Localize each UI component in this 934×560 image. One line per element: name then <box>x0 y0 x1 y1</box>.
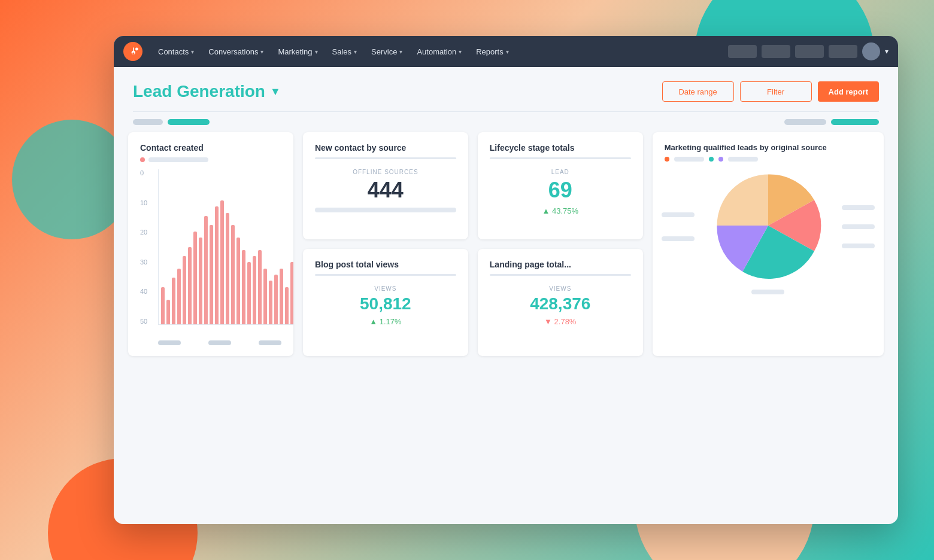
x-label-2 <box>208 340 231 345</box>
user-avatar[interactable] <box>862 42 880 60</box>
mql-card: Marketing qualified leads by original so… <box>653 132 884 356</box>
nav-settings-pill[interactable] <box>795 45 824 58</box>
bar <box>253 256 256 324</box>
landing-value: 428,376 <box>490 294 631 314</box>
bar <box>188 247 192 325</box>
pie-label-right-1 <box>842 205 875 210</box>
user-menu-chevron-icon[interactable]: ▾ <box>885 47 888 56</box>
sales-chevron-icon: ▾ <box>354 48 357 55</box>
x-label-3 <box>259 340 281 345</box>
nav-conversations[interactable]: Conversations ▾ <box>202 44 269 60</box>
landing-change: ▼ 2.78% <box>490 317 631 326</box>
bar-chart: 50 40 30 20 10 0 <box>140 169 281 345</box>
lifecycle-title: Lifecycle stage totals <box>490 143 631 153</box>
bar <box>274 275 278 324</box>
source-label: OFFLINE SOURCES <box>315 169 456 175</box>
blog-metric-label: VIEWS <box>315 285 456 292</box>
blog-change: ▲ 1.17% <box>315 317 456 326</box>
pie-chart-container <box>711 169 825 285</box>
nav-search-pill[interactable] <box>728 45 757 58</box>
bar <box>177 269 181 324</box>
nav-marketing[interactable]: Marketing ▾ <box>272 44 323 60</box>
nav-automation[interactable]: Automation ▾ <box>411 44 468 60</box>
bar <box>236 238 240 324</box>
pie-legend-row <box>665 157 872 162</box>
landing-title: Landing page total... <box>490 260 631 269</box>
filter-pill-right-active[interactable] <box>831 119 879 125</box>
contacts-chevron-icon: ▾ <box>191 48 194 55</box>
pie-label-right-2 <box>842 224 875 229</box>
nav-contacts[interactable]: Contacts ▾ <box>152 44 200 60</box>
add-report-button[interactable]: Add report <box>818 81 879 102</box>
nav-reports[interactable]: Reports ▾ <box>470 44 515 60</box>
new-contact-by-source-card: New contact by source OFFLINE SOURCES 44… <box>303 132 468 239</box>
bar <box>226 213 229 324</box>
date-range-button[interactable]: Date range <box>662 81 734 102</box>
lifecycle-stage-card: Lifecycle stage totals LEAD 69 ▲ 43.75% <box>478 132 643 239</box>
filter-button[interactable]: Filter <box>740 81 812 102</box>
pie-label-left-1 <box>662 212 695 217</box>
cards-grid: Contact created 50 40 30 20 10 0 <box>114 132 898 370</box>
stage-label: LEAD <box>490 169 631 175</box>
title-row: Lead Generation ▼ <box>133 82 281 101</box>
pie-left-labels <box>662 212 695 241</box>
contact-created-card: Contact created 50 40 30 20 10 0 <box>128 132 293 356</box>
pie-right-labels <box>842 205 875 248</box>
bar <box>161 287 165 324</box>
navbar-right: ▾ <box>728 42 888 60</box>
bar <box>199 238 202 324</box>
landing-page-views-card: Landing page total... VIEWS 428,376 ▼ 2.… <box>478 249 643 356</box>
nav-help-pill[interactable] <box>762 45 790 58</box>
pie-label-left-2 <box>662 236 695 241</box>
automation-chevron-icon: ▾ <box>459 48 462 55</box>
bar <box>231 225 235 324</box>
dashboard-header: Lead Generation ▼ Date range Filter Add … <box>114 67 898 111</box>
legend-dot-teal <box>709 157 714 162</box>
filter-pill-active[interactable] <box>168 119 210 125</box>
source-value: 444 <box>315 178 456 203</box>
hubspot-logo <box>123 42 142 61</box>
filter-pills-right <box>784 119 879 125</box>
dashboard-actions: Date range Filter Add report <box>662 81 879 102</box>
filter-pill-1 <box>133 119 163 125</box>
bars-container <box>158 169 293 325</box>
service-chevron-icon: ▾ <box>399 48 402 55</box>
bar <box>210 225 213 324</box>
bar <box>172 278 175 324</box>
lifecycle-value: 69 <box>490 178 631 203</box>
y-axis: 50 40 30 20 10 0 <box>140 169 154 325</box>
nav-service[interactable]: Service ▾ <box>365 44 408 60</box>
pie-label-bottom <box>751 290 784 294</box>
x-axis <box>158 340 281 345</box>
legend-dot-orange <box>665 157 669 162</box>
landing-divider <box>490 274 631 276</box>
bar <box>247 262 251 324</box>
filter-row <box>114 112 898 132</box>
nav-notif-pill[interactable] <box>829 45 857 58</box>
legend-dot <box>140 157 145 162</box>
reports-chevron-icon: ▾ <box>506 48 509 55</box>
page-title: Lead Generation <box>133 82 265 101</box>
legend-label-3 <box>728 157 758 162</box>
bar <box>269 281 272 324</box>
bar <box>193 232 197 324</box>
mql-title: Marketing qualified leads by original so… <box>665 143 872 153</box>
nav-sales[interactable]: Sales ▾ <box>326 44 363 60</box>
conversations-chevron-icon: ▾ <box>260 48 263 55</box>
blog-title: Blog post total views <box>315 260 456 269</box>
blog-post-views-card: Blog post total views VIEWS 50,812 ▲ 1.1… <box>303 249 468 356</box>
title-dropdown-icon[interactable]: ▼ <box>270 86 281 98</box>
bar <box>183 256 186 324</box>
bar <box>215 206 219 324</box>
contact-created-legend <box>140 157 281 162</box>
lifecycle-change: ▲ 43.75% <box>490 206 631 215</box>
lifecycle-divider <box>490 157 631 159</box>
blog-divider <box>315 274 456 276</box>
source-bar <box>315 208 456 212</box>
new-contact-title: New contact by source <box>315 143 456 153</box>
svg-point-1 <box>135 48 138 51</box>
blog-value: 50,812 <box>315 294 456 314</box>
bar <box>290 262 293 324</box>
filter-pills-left <box>133 119 210 125</box>
bar <box>242 250 245 324</box>
